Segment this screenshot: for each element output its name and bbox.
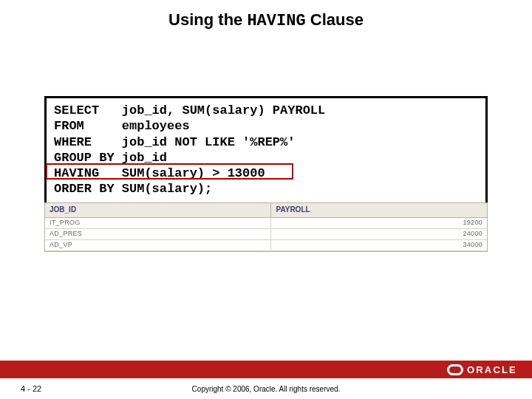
sql-line: HAVING SUM(salary) > 13000 [54,166,265,180]
sql-code-block: SELECT job_id, SUM(salary) PAYROLL FROM … [44,96,488,205]
title-prefix: Using the [168,10,247,29]
cell-payroll: 24000 [271,229,487,240]
sql-line: FROM employees [54,119,190,133]
table-header-row: JOB_ID PAYROLL [45,203,487,218]
table-row: IT_PROG 19200 [45,218,487,229]
oracle-wordmark: ORACLE [467,364,517,375]
page-title: Using the HAVING Clause [0,0,532,30]
result-table: JOB_ID PAYROLL IT_PROG 19200 AD_PRES 240… [44,202,488,252]
copyright-text: Copyright © 2006, Oracle. All rights res… [0,385,532,393]
cell-jobid: AD_VP [45,240,271,251]
sql-line: WHERE job_id NOT LIKE '%REP%' [54,135,295,149]
title-mono: HAVING [247,12,305,30]
col-header-jobid: JOB_ID [45,203,271,218]
cell-payroll: 19200 [271,218,487,229]
table-row: AD_VP 34000 [45,240,487,251]
oracle-mark-icon [447,364,463,375]
sql-line: SELECT job_id, SUM(salary) PAYROLL [54,103,325,117]
sql-line: GROUP BY job_id [54,151,167,165]
oracle-logo: ORACLE [447,362,517,377]
table-row: AD_PRES 24000 [45,229,487,240]
cell-jobid: AD_PRES [45,229,271,240]
col-header-payroll: PAYROLL [271,203,487,218]
cell-payroll: 34000 [271,240,487,251]
slide: Using the HAVING Clause SELECT job_id, S… [0,0,532,399]
cell-jobid: IT_PROG [45,218,271,229]
title-suffix: Clause [306,10,364,29]
sql-line: ORDER BY SUM(salary); [54,182,212,196]
